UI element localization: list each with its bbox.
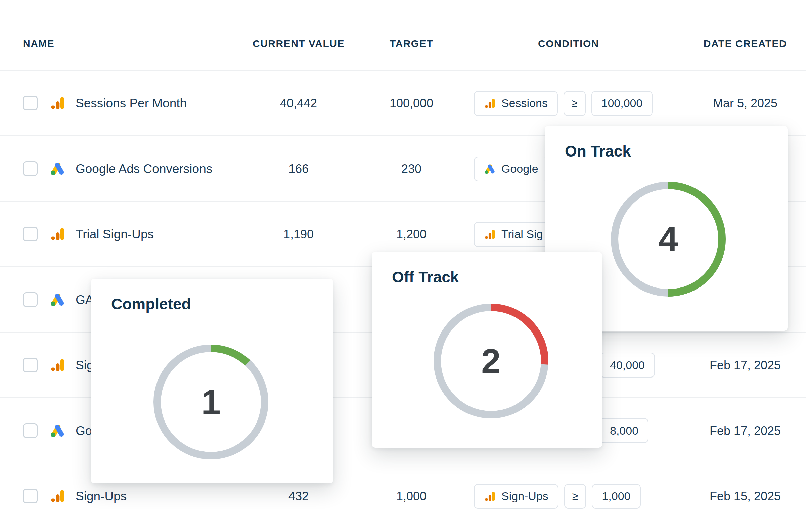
condition-metric-pill[interactable]: Trial Sig: [474, 222, 553, 247]
on-track-donut-chart: 4: [601, 172, 735, 306]
row-checkbox[interactable]: [23, 423, 38, 438]
condition-value-pill[interactable]: 100,000: [591, 91, 653, 116]
google-ads-icon: [50, 160, 66, 177]
google-analytics-icon: [484, 97, 496, 110]
completed-donut-chart: 1: [144, 335, 278, 469]
goal-name[interactable]: Trial Sign-Ups: [76, 202, 154, 267]
target-value: 230: [344, 136, 479, 202]
date-created: Feb 17, 2025: [678, 398, 806, 463]
column-header-name[interactable]: NAME: [23, 34, 54, 54]
completed-count: 1: [144, 335, 278, 469]
google-ads-icon: [50, 291, 66, 308]
condition-metric-pill[interactable]: Sessions: [474, 91, 558, 116]
row-checkbox[interactable]: [23, 227, 38, 242]
google-analytics-icon: [484, 490, 496, 502]
off-track-card: Off Track 2: [372, 252, 602, 448]
google-analytics-icon: [50, 488, 66, 504]
condition-value-pill[interactable]: 1,000: [592, 484, 640, 509]
google-analytics-icon: [484, 228, 496, 241]
target-value: 100,000: [344, 71, 479, 136]
goals-dashboard: NAME CURRENT VALUE TARGET CONDITION DATE…: [0, 0, 806, 532]
goal-name[interactable]: Google Ads Conversions: [76, 136, 212, 202]
off-track-donut-chart: 2: [424, 294, 558, 428]
row-checkbox[interactable]: [23, 358, 38, 373]
condition-metric-label: Google: [501, 162, 538, 175]
card-title: Completed: [111, 295, 191, 313]
google-analytics-icon: [50, 226, 66, 242]
column-header-target[interactable]: TARGET: [344, 34, 479, 54]
condition-metric-pill[interactable]: Google: [474, 156, 549, 182]
google-ads-icon: [484, 163, 496, 175]
target-value: 1,000: [344, 463, 479, 529]
google-analytics-icon: [50, 95, 66, 111]
google-analytics-icon: [50, 357, 66, 373]
date-created: Feb 17, 2025: [678, 332, 806, 398]
condition-value-pill[interactable]: 40,000: [600, 353, 655, 378]
completed-card: Completed 1: [91, 279, 333, 483]
on-track-count: 4: [601, 172, 735, 306]
condition-operator-pill[interactable]: ≥: [563, 91, 586, 116]
condition-operator-pill[interactable]: ≥: [564, 484, 587, 509]
card-title: On Track: [565, 142, 631, 160]
condition-metric-pill[interactable]: Sign-Ups: [474, 484, 558, 509]
condition-metric-label: Sign-Ups: [501, 490, 549, 503]
condition-value-pill[interactable]: 8,000: [600, 418, 649, 443]
condition-cell: Google: [474, 136, 549, 202]
row-checkbox[interactable]: [23, 96, 38, 111]
google-ads-icon: [50, 422, 66, 439]
condition-metric-label: Sessions: [501, 97, 548, 110]
row-checkbox[interactable]: [23, 161, 38, 176]
column-header-condition[interactable]: CONDITION: [474, 34, 663, 54]
row-checkbox[interactable]: [23, 489, 38, 504]
date-created: Feb 15, 2025: [678, 463, 806, 529]
condition-metric-label: Trial Sig: [501, 228, 543, 241]
card-title: Off Track: [392, 268, 459, 286]
goal-name[interactable]: Go: [76, 398, 92, 463]
column-header-date-created[interactable]: DATE CREATED: [678, 34, 806, 54]
row-checkbox[interactable]: [23, 292, 38, 307]
goal-name[interactable]: Sessions Per Month: [76, 71, 187, 136]
off-track-count: 2: [424, 294, 558, 428]
condition-cell: Sign-Ups ≥ 1,000: [474, 463, 641, 529]
